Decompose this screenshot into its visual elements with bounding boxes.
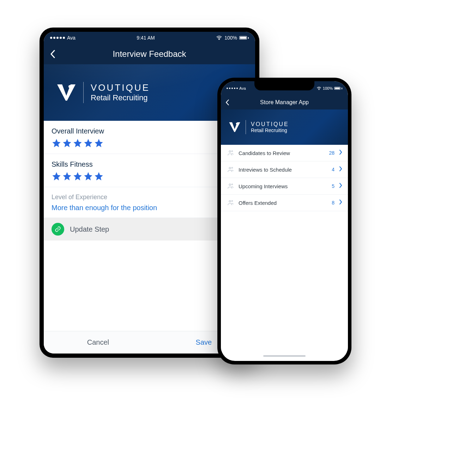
save-button[interactable]: Save	[196, 338, 212, 346]
brand-name: VOUTIQUE	[251, 121, 289, 127]
list-item-offers[interactable]: Offers Extended 8	[221, 195, 348, 211]
svg-point-5	[231, 167, 233, 168]
chevron-right-icon	[339, 166, 342, 173]
brand-name: VOUTIQUE	[91, 82, 150, 93]
list-item-count: 5	[332, 183, 335, 189]
list-item-label: Upcoming Interviews	[239, 183, 327, 189]
star-icon	[83, 138, 93, 148]
link-icon	[52, 223, 64, 236]
chevron-right-icon	[339, 200, 342, 206]
carrier-label: Ava	[239, 86, 246, 90]
star-icon	[52, 171, 61, 181]
list-item-count: 8	[332, 200, 335, 206]
wifi-icon	[317, 86, 321, 91]
people-icon	[227, 167, 234, 172]
list-item-label: Intreviews to Schedule	[239, 167, 327, 173]
brand-subtitle: Retail Recruiting	[91, 93, 150, 102]
svg-point-9	[231, 201, 233, 202]
people-icon	[227, 183, 234, 189]
battery-icon	[239, 36, 249, 40]
brand-subtitle: Retail Recruiting	[251, 127, 289, 133]
home-indicator[interactable]	[221, 351, 348, 361]
brand-divider	[246, 120, 246, 134]
list-content: Candidates to Review 28 Intreviews to Sc…	[221, 145, 348, 351]
phone-device: Ava 9:41 AM 100% Store Manager App	[217, 78, 351, 364]
star-icon	[94, 138, 104, 148]
list-item-label: Offers Extended	[239, 200, 327, 206]
list-item-upcoming[interactable]: Upcoming Interviews 5	[221, 178, 348, 195]
svg-point-1	[236, 123, 238, 124]
list-item-schedule[interactable]: Intreviews to Schedule 4	[221, 161, 348, 178]
back-button[interactable]	[225, 99, 229, 106]
star-icon	[83, 171, 93, 181]
cancel-button[interactable]: Cancel	[87, 338, 109, 346]
list-item-label: Candidates to Review	[239, 150, 325, 156]
people-icon	[227, 200, 234, 206]
list-item-candidates[interactable]: Candidates to Review 28	[221, 145, 348, 161]
list-item-count: 4	[332, 167, 335, 172]
star-icon	[62, 138, 72, 148]
status-bar: Ava 9:41 AM 100%	[44, 32, 255, 44]
svg-point-2	[229, 151, 231, 153]
voutique-logo-icon	[56, 84, 76, 101]
people-icon	[227, 150, 234, 156]
star-icon	[94, 171, 104, 181]
svg-point-6	[229, 184, 231, 186]
svg-point-8	[229, 201, 231, 202]
back-button[interactable]	[49, 49, 56, 59]
star-icon	[62, 171, 72, 181]
page-title: Store Manager App	[260, 99, 309, 106]
brand-divider	[83, 82, 84, 103]
chevron-right-icon	[339, 183, 342, 189]
star-icon	[73, 171, 83, 181]
svg-point-0	[68, 85, 71, 88]
battery-level-label: 100%	[224, 35, 237, 41]
brand-banner: VOUTIQUE Retail Recruiting	[221, 109, 348, 145]
nav-header: Interview Feedback	[44, 44, 255, 64]
battery-icon	[334, 87, 342, 90]
page-title: Interview Feedback	[113, 49, 186, 59]
notch	[254, 81, 314, 90]
svg-point-7	[231, 184, 233, 185]
voutique-logo-icon	[229, 122, 241, 132]
nav-header: Store Manager App	[221, 95, 348, 109]
star-icon	[73, 138, 83, 148]
battery-level-label: 100%	[323, 86, 333, 90]
phone-screen: Ava 9:41 AM 100% Store Manager App	[221, 81, 348, 361]
wifi-icon	[216, 35, 222, 41]
carrier-label: Ava	[67, 35, 76, 41]
svg-point-3	[231, 151, 233, 152]
update-step-label: Update Step	[70, 225, 109, 233]
signal-dots-icon	[50, 37, 65, 39]
list-item-count: 28	[329, 150, 335, 156]
signal-dots-icon	[227, 88, 238, 89]
chevron-right-icon	[339, 150, 342, 156]
star-icon	[52, 138, 61, 148]
svg-point-4	[229, 167, 231, 169]
clock: 9:41 AM	[137, 35, 155, 41]
